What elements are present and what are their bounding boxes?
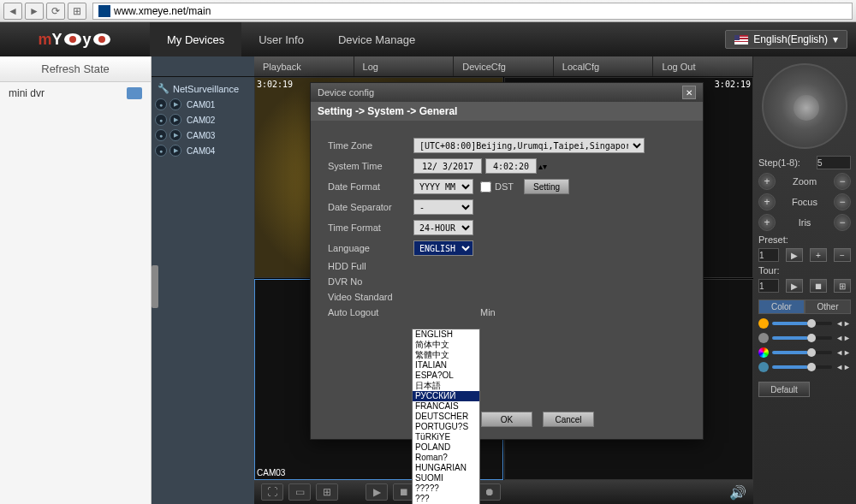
- close-icon[interactable]: ✕: [682, 86, 696, 99]
- lang-option[interactable]: ???: [413, 494, 479, 504]
- iris-open-button[interactable]: +: [758, 214, 776, 231]
- cancel-button[interactable]: Cancel: [543, 412, 594, 427]
- lang-option[interactable]: ENGLISH: [413, 329, 479, 340]
- hue-slider[interactable]: [772, 365, 832, 369]
- lang-option[interactable]: POLAND: [413, 442, 479, 453]
- cam-row[interactable]: ●▶CAM03: [155, 127, 251, 143]
- iris-close-button[interactable]: −: [834, 214, 851, 231]
- single-view-icon[interactable]: ▭: [288, 483, 311, 501]
- tab-devicecfg[interactable]: DeviceCfg: [454, 56, 554, 76]
- play-icon[interactable]: ▶: [169, 145, 181, 157]
- connect-all-icon[interactable]: ▶: [366, 483, 388, 501]
- play-icon[interactable]: ▶: [169, 98, 181, 110]
- lang-option[interactable]: 简体中文: [413, 340, 479, 350]
- lang-option[interactable]: DEUTSCHER: [413, 412, 479, 422]
- cam-row[interactable]: ●▶CAM02: [155, 112, 251, 127]
- lang-option[interactable]: HUNGARIAN: [413, 463, 479, 473]
- lang-option[interactable]: РУССКИЙ: [413, 391, 479, 401]
- quad-view-icon[interactable]: ⊞: [316, 483, 338, 501]
- preset-del-icon[interactable]: −: [834, 248, 851, 262]
- color-tab[interactable]: Color: [758, 299, 805, 314]
- play-icon[interactable]: ▶: [169, 114, 181, 126]
- lang-option[interactable]: TüRKiYE: [413, 432, 479, 442]
- tour-input[interactable]: [758, 279, 779, 293]
- tour-play-icon[interactable]: ▶: [786, 279, 803, 293]
- time-input[interactable]: [485, 158, 537, 174]
- nav-back-icon[interactable]: ◄: [3, 3, 22, 20]
- language-dropdown-list[interactable]: ENGLISH简体中文繁體中文ITALIANESPA?OL日本語РУССКИЙF…: [412, 329, 480, 504]
- lang-option[interactable]: ITALIAN: [413, 360, 479, 371]
- zoom-in-button[interactable]: +: [758, 173, 776, 190]
- brightness-slider[interactable]: [772, 322, 832, 325]
- fullscreen-icon[interactable]: ⛶: [261, 483, 283, 501]
- refresh-state-header[interactable]: Refresh State: [0, 56, 151, 82]
- tab-log[interactable]: Log: [354, 56, 455, 76]
- reload-icon[interactable]: ⟳: [46, 3, 65, 20]
- lang-option[interactable]: FRANCAIS: [413, 401, 479, 412]
- nav-device-manage[interactable]: Device Manage: [321, 22, 432, 56]
- lang-option[interactable]: 繁體中文: [413, 350, 479, 360]
- wrench-icon: 🔧: [158, 83, 169, 94]
- language-select[interactable]: ENGLISH: [413, 240, 473, 256]
- dialog-title: Device config: [318, 87, 374, 98]
- timeformat-select[interactable]: 24-HOUR: [413, 220, 473, 235]
- saturation-slider[interactable]: [772, 351, 832, 354]
- lang-option[interactable]: PORTUGU?S: [413, 422, 479, 432]
- preset-input[interactable]: [758, 248, 779, 262]
- cam-list-header[interactable]: 🔧 NetSurveillance: [155, 80, 251, 97]
- record-icon[interactable]: ⏺: [479, 483, 501, 501]
- splitter-handle[interactable]: [152, 265, 158, 308]
- lang-option[interactable]: 日本語: [413, 381, 479, 391]
- tab-playback[interactable]: Playback: [254, 56, 354, 76]
- other-tab[interactable]: Other: [805, 299, 851, 314]
- setting-button[interactable]: Setting: [524, 179, 569, 194]
- ptz-directional-pad[interactable]: [762, 63, 847, 149]
- cam-row[interactable]: ●▶CAM01: [155, 97, 251, 112]
- camera-list: 🔧 NetSurveillance ●▶CAM01●▶CAM02●▶CAM03●…: [152, 77, 254, 504]
- rec-icon[interactable]: ●: [155, 129, 167, 141]
- contrast-slider[interactable]: [772, 336, 832, 340]
- nav-my-devices[interactable]: My Devices: [150, 22, 241, 56]
- date-input[interactable]: [413, 158, 482, 174]
- device-item[interactable]: mini dvr: [0, 82, 151, 104]
- chevron-down-icon: ▾: [833, 33, 838, 45]
- timezone-select[interactable]: [UTC+08:00]Beijing,Urumqi,Taipei,Singapo…: [413, 138, 645, 153]
- play-icon[interactable]: ▶: [169, 129, 181, 141]
- datesep-select[interactable]: -: [413, 199, 473, 215]
- preset-add-icon[interactable]: +: [810, 248, 827, 262]
- url-bar[interactable]: www.xmeye.net/main: [92, 3, 853, 20]
- rec-icon[interactable]: ●: [155, 114, 167, 126]
- tour-stop-icon[interactable]: ⏹: [810, 279, 827, 293]
- nav-user-info[interactable]: User Info: [241, 22, 321, 56]
- tab-logout[interactable]: Log Out: [653, 56, 753, 76]
- step-select[interactable]: [817, 156, 851, 169]
- nav-forward-icon[interactable]: ►: [25, 3, 44, 20]
- default-button[interactable]: Default: [758, 382, 810, 397]
- volume-icon[interactable]: 🔊: [729, 484, 746, 501]
- grid-icon[interactable]: ⊞: [68, 3, 86, 20]
- focus-in-button[interactable]: +: [758, 193, 776, 210]
- tour-edit-icon[interactable]: ⊞: [834, 279, 851, 293]
- ok-button[interactable]: OK: [481, 412, 532, 427]
- language-selector[interactable]: English(English) ▾: [725, 30, 847, 49]
- dateformat-select[interactable]: YYYY MM DD: [413, 179, 473, 194]
- lang-option[interactable]: Roman?: [413, 453, 479, 463]
- rec-icon[interactable]: ●: [155, 98, 167, 110]
- tab-localcfg[interactable]: LocalCfg: [554, 56, 654, 76]
- dst-checkbox[interactable]: [480, 181, 491, 193]
- cam-row[interactable]: ●▶CAM04: [155, 143, 251, 158]
- zoom-out-button[interactable]: −: [834, 173, 851, 190]
- spinner-icon[interactable]: ▴▾: [538, 162, 547, 171]
- brightness-icon: [758, 318, 769, 329]
- top-nav: mYy My Devices User Info Device Manage E…: [0, 22, 856, 56]
- rec-icon[interactable]: ●: [155, 145, 167, 157]
- lang-option[interactable]: ?????: [413, 483, 479, 494]
- step-label: Step(1-8):: [758, 157, 800, 168]
- device-config-dialog: Device config ✕ Setting -> System -> Gen…: [310, 82, 704, 440]
- tour-label: Tour:: [758, 265, 851, 276]
- site-icon: [98, 5, 110, 17]
- lang-option[interactable]: SUOMI: [413, 473, 479, 483]
- preset-goto-icon[interactable]: ▶: [786, 248, 803, 262]
- focus-out-button[interactable]: −: [834, 193, 851, 210]
- lang-option[interactable]: ESPA?OL: [413, 371, 479, 381]
